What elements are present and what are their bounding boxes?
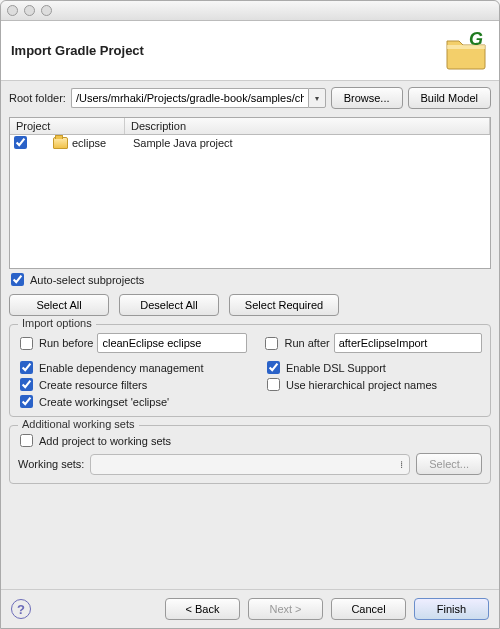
hierarchical-checkbox[interactable] bbox=[267, 378, 280, 391]
resource-filters-checkbox[interactable] bbox=[20, 378, 33, 391]
enable-dep-label: Enable dependency management bbox=[39, 362, 204, 374]
browse-button[interactable]: Browse... bbox=[331, 87, 403, 109]
hierarchical-label: Use hierarchical project names bbox=[286, 379, 437, 391]
run-after-input[interactable] bbox=[334, 333, 482, 353]
titlebar bbox=[1, 1, 499, 21]
table-body: eclipse Sample Java project bbox=[10, 135, 490, 268]
folder-icon bbox=[53, 137, 68, 149]
options-cols: Enable dependency management Create reso… bbox=[18, 361, 482, 408]
next-button: Next > bbox=[248, 598, 323, 620]
import-options-title: Import options bbox=[18, 317, 96, 329]
nav-buttons: < Back Next > Cancel Finish bbox=[165, 598, 489, 620]
back-button[interactable]: < Back bbox=[165, 598, 240, 620]
create-workingset-checkbox[interactable] bbox=[20, 395, 33, 408]
row-project: eclipse bbox=[72, 137, 106, 149]
select-required-button[interactable]: Select Required bbox=[229, 294, 339, 316]
add-to-ws-checkbox[interactable] bbox=[20, 434, 33, 447]
root-folder-input[interactable] bbox=[71, 88, 308, 108]
enable-dep-checkbox[interactable] bbox=[20, 361, 33, 374]
select-all-button[interactable]: Select All bbox=[9, 294, 109, 316]
root-folder-row: Root folder: ▾ Browse... Build Model bbox=[9, 87, 491, 109]
table-row[interactable]: eclipse Sample Java project bbox=[10, 135, 490, 150]
auto-select-label: Auto-select subprojects bbox=[30, 274, 144, 286]
help-icon[interactable]: ? bbox=[11, 599, 31, 619]
row-description: Sample Java project bbox=[129, 137, 488, 149]
content: Root folder: ▾ Browse... Build Model Pro… bbox=[1, 81, 499, 589]
auto-select-checkbox[interactable] bbox=[11, 273, 24, 286]
run-after-checkbox[interactable] bbox=[265, 337, 278, 350]
add-to-ws-label: Add project to working sets bbox=[39, 435, 171, 447]
enable-dsl-checkbox[interactable] bbox=[267, 361, 280, 374]
working-sets-title: Additional working sets bbox=[18, 418, 139, 430]
project-table: Project Description eclipse Sample Java … bbox=[9, 117, 491, 269]
finish-button[interactable]: Finish bbox=[414, 598, 489, 620]
chevron-down-icon[interactable]: ▾ bbox=[308, 88, 326, 108]
col-description[interactable]: Description bbox=[125, 118, 490, 134]
root-folder-combo[interactable]: ▾ bbox=[71, 88, 326, 108]
row-checkbox[interactable] bbox=[14, 136, 27, 149]
working-sets-label: Working sets: bbox=[18, 458, 84, 470]
create-workingset-label: Create workingset 'eclipse' bbox=[39, 396, 169, 408]
selection-buttons: Select All Deselect All Select Required bbox=[9, 294, 491, 316]
resource-filters-label: Create resource filters bbox=[39, 379, 147, 391]
ws-select-button: Select... bbox=[416, 453, 482, 475]
run-before-label: Run before bbox=[39, 337, 93, 349]
close-icon[interactable] bbox=[7, 5, 18, 16]
run-after-label: Run after bbox=[284, 337, 329, 349]
run-before-input[interactable] bbox=[97, 333, 247, 353]
import-options-group: Import options Run before Run after Enab… bbox=[9, 324, 491, 417]
table-header: Project Description bbox=[10, 118, 490, 135]
enable-dsl-label: Enable DSL Support bbox=[286, 362, 386, 374]
cancel-button[interactable]: Cancel bbox=[331, 598, 406, 620]
page-title: Import Gradle Project bbox=[11, 43, 144, 58]
working-sets-group: Additional working sets Add project to w… bbox=[9, 425, 491, 484]
run-before-checkbox[interactable] bbox=[20, 337, 33, 350]
col-project[interactable]: Project bbox=[10, 118, 125, 134]
deselect-all-button[interactable]: Deselect All bbox=[119, 294, 219, 316]
build-model-button[interactable]: Build Model bbox=[408, 87, 491, 109]
svg-text:G: G bbox=[469, 31, 483, 49]
minimize-icon[interactable] bbox=[24, 5, 35, 16]
working-sets-row: Working sets: ⁞ Select... bbox=[18, 453, 482, 475]
root-folder-label: Root folder: bbox=[9, 92, 66, 104]
run-row: Run before Run after bbox=[18, 333, 482, 353]
auto-select-row: Auto-select subprojects bbox=[9, 273, 491, 286]
gradle-folder-icon: G bbox=[443, 31, 489, 71]
working-sets-select[interactable]: ⁞ bbox=[90, 454, 410, 475]
zoom-icon[interactable] bbox=[41, 5, 52, 16]
header: Import Gradle Project G bbox=[1, 21, 499, 81]
dialog-window: Import Gradle Project G Root folder: ▾ B… bbox=[0, 0, 500, 629]
bottom-bar: ? < Back Next > Cancel Finish bbox=[1, 589, 499, 628]
